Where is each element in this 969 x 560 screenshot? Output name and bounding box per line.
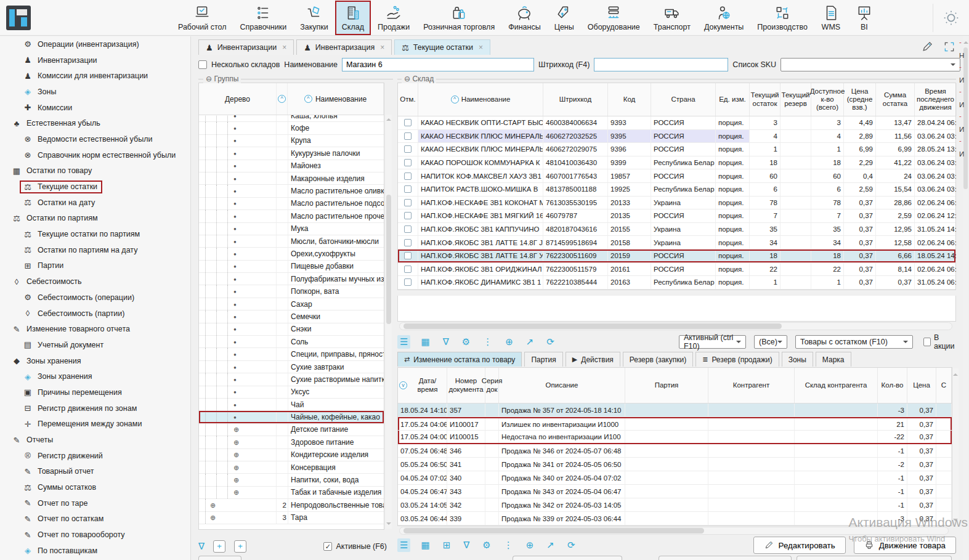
group-row[interactable]: ⊕Здоровое питание <box>199 436 384 448</box>
sidebar-item-остатки-по-партиям[interactable]: ⚖Остатки по партиям <box>0 211 190 227</box>
group-row[interactable]: ●Полуфабрикаты мучных изделий <box>199 273 384 285</box>
warehouse-hscrollbar[interactable] <box>399 322 952 330</box>
column-header-1[interactable]: ^Наименование <box>418 83 543 116</box>
product-row[interactable]: КАКАО НЕСКВИК ПЛЮС МИНЕРАЛЬ4606272032525… <box>398 130 955 144</box>
sidebar-item-инвентаризации[interactable]: ♟Инвентаризации <box>0 52 190 68</box>
movement-row[interactable]: 03.05.24 06:44339Продажа № 339 от 2024-0… <box>398 512 952 526</box>
close-tab-icon[interactable]: × <box>282 43 286 52</box>
sidebar-item-регистр-движений[interactable]: ®Регистр движений <box>0 448 190 464</box>
group-row[interactable]: ⊕Табак и табачные изделия <box>199 487 384 499</box>
product-row[interactable]: НАП.КОФ.НЕСКАФЕ 3В1 МЯГКИЙ 1646079787201… <box>398 209 955 223</box>
sidebar-item-остатки-на-дату[interactable]: ⚖Остатки на дату <box>0 195 190 211</box>
product-row[interactable]: НАП.КОФ.ЯКОБС 3В1 ЛАТТЕ 14.8Г У762230051… <box>398 250 955 263</box>
groups-scrollbar[interactable] <box>386 115 392 529</box>
sidebar-item-текущие-остатки-по-партиям[interactable]: ⚖Текущие остатки по партиям <box>0 226 190 242</box>
column-header-7[interactable]: Кол-во <box>878 368 907 403</box>
detail-tab-резерв-закупки[interactable]: Резерв (закупки) <box>623 352 693 367</box>
row-checkbox[interactable] <box>404 212 412 219</box>
sidebar-item-зоны-хранения[interactable]: ◆Зоны хранения <box>0 353 190 369</box>
sidebar-item-остатки-по-партиям-на-дату[interactable]: ⚖Остатки по партиям на дату <box>0 242 190 258</box>
movement-row[interactable]: 04.05.24 06:47343Продажа № 343 от 2024-0… <box>398 485 952 498</box>
movement-row[interactable]: 05.05.24 06:50341Продажа № 341 от 2024-0… <box>398 458 952 471</box>
add-list-icon[interactable]: ⊕ <box>503 335 516 349</box>
product-row[interactable]: НАП.КОФ.ЯКОБС 3В1 КАППУЧИНО4820187043616… <box>398 223 955 237</box>
movement-row[interactable]: 07.05.24 06:48346Продажа № 346 от 2024-0… <box>398 444 952 458</box>
product-row[interactable]: НАП.КОФ.ЯКОБС ДИНАМИКС 3В1 1762221038544… <box>398 276 955 290</box>
column-header-0[interactable]: vДата/время <box>398 368 447 403</box>
numbered-list-icon[interactable]: ⋮ <box>501 538 516 552</box>
tab-текущие-остатки[interactable]: ⚖Текущие остатки× <box>394 39 490 55</box>
column-header-name[interactable]: ^Наименование <box>288 83 384 115</box>
group-row[interactable]: ●Каша, хлопья <box>199 115 384 122</box>
group-row[interactable]: ●Сахар <box>199 298 384 310</box>
module-справочники[interactable]: Справочники <box>233 1 293 35</box>
list-view-icon[interactable]: ☰ <box>397 538 410 552</box>
module-рабочий-стол[interactable]: Рабочий стол <box>171 1 233 35</box>
group-row[interactable]: ●Крупа <box>199 135 384 147</box>
sidebar-item-остатки-по-товару[interactable]: ▦Остатки по товару <box>0 163 190 179</box>
column-header-11[interactable]: Время последнего движения <box>915 83 957 116</box>
column-header-2[interactable]: Серия док <box>485 368 499 403</box>
multi-warehouse-checkbox[interactable] <box>198 60 207 69</box>
column-header-6[interactable]: Текущий остаток <box>750 83 780 116</box>
movements-vscrollbar[interactable] <box>952 368 959 526</box>
sidebar-item-текущие-остатки[interactable]: ⚖Текущие остатки <box>0 179 190 195</box>
expand-plus-icon[interactable]: ⊕ <box>233 426 239 434</box>
add-subgroup-icon[interactable]: + <box>234 540 246 553</box>
theme-sun-icon[interactable] <box>942 9 960 27</box>
fullscreen-icon[interactable] <box>943 41 955 55</box>
export-icon[interactable]: ↗ <box>524 335 537 349</box>
column-header-7[interactable]: Текущий резерв <box>780 83 811 116</box>
scroll-down-icon[interactable] <box>953 519 958 524</box>
add-list-icon[interactable]: ⊕ <box>524 538 537 552</box>
sku-list-select[interactable] <box>780 58 960 71</box>
sidebar-item-причины-перемещения[interactable]: ▣Причины перемещения <box>0 384 190 400</box>
edit-button[interactable]: Редактировать <box>753 537 846 554</box>
row-checkbox[interactable] <box>404 266 412 273</box>
product-row[interactable]: НАПИТОК КОФ.МАКСВЕЛ ХАУЗ 3В1460700177654… <box>398 169 955 183</box>
group-row[interactable]: ●Чай <box>199 399 384 411</box>
grid-view-icon[interactable]: ▦ <box>418 538 432 552</box>
detail-tab-зоны[interactable]: Зоны <box>782 352 813 367</box>
sidebar-item-ведомости-естественной-убыли[interactable]: ⊗Ведомости естественной убыли <box>0 131 190 147</box>
expand-plus-icon[interactable]: ⊕ <box>210 501 216 509</box>
stock-filter-select[interactable]: Товары с остатком (F10) <box>795 335 913 349</box>
column-header-tree[interactable]: Дерево <box>199 83 277 115</box>
group-row[interactable]: ●Масло растительное оливковое <box>199 185 384 197</box>
column-header-5[interactable]: Ед. изм. <box>716 83 750 116</box>
module-закупки[interactable]: Закупки <box>293 1 335 35</box>
product-row[interactable]: КАКАО ПОРОШОК КОММУНАРКА К48104100364309… <box>398 156 955 170</box>
promo-checkbox[interactable] <box>923 338 931 346</box>
sidebar-item-партии[interactable]: ⊞Партии <box>0 258 190 274</box>
row-checkbox[interactable] <box>404 185 412 193</box>
row-checkbox[interactable] <box>404 172 412 180</box>
column-header-10[interactable]: Сумма остатка <box>876 83 915 116</box>
sidebar-item-себестоимость[interactable]: ◊Себестоимость <box>0 274 190 290</box>
sidebar-item-по-поставщикам[interactable]: ◈По поставщикам <box>0 543 190 559</box>
sidebar-item-естественная-убыль[interactable]: ♣Естественная убыль <box>0 115 190 131</box>
refresh-icon[interactable]: ⟳ <box>565 538 578 552</box>
warehouse-name-input[interactable] <box>342 58 534 71</box>
product-row[interactable]: НАП.КОФ.НЕСКАФЕ 3В1 КОКОНАТ М76130355301… <box>398 197 955 210</box>
group-row[interactable]: ●Мука <box>199 223 384 235</box>
row-checkbox[interactable] <box>404 132 412 140</box>
module-финансы[interactable]: Финансы <box>501 1 547 35</box>
status-filter-select[interactable]: Активный (ctrl F10) <box>679 335 746 349</box>
group-row[interactable]: ●Семечки <box>199 310 384 323</box>
column-header-5[interactable]: Контрагент <box>708 368 795 403</box>
detail-tab-партия[interactable]: Партия <box>524 352 562 367</box>
filter-icon[interactable]: ∇ <box>198 541 205 552</box>
sidebar-item-регистр-движения-по-зонам[interactable]: ⊟Регистр движения по зонам <box>0 400 190 416</box>
movement-row[interactable]: 03.05.24 14:05342Продажа № 342 от 2024-0… <box>398 498 952 512</box>
row-checkbox[interactable] <box>404 225 412 233</box>
sort-desc-icon[interactable]: v <box>399 381 407 389</box>
active-groups-checkbox[interactable] <box>323 542 332 551</box>
settings-gear-icon[interactable]: ⚙ <box>480 538 493 552</box>
detail-tab-изменение-остатка-по-товару[interactable]: ⇄Изменение остатка по товару <box>397 352 522 367</box>
expand-plus-icon[interactable]: ⊕ <box>233 489 239 497</box>
column-header-9[interactable]: Цена (средне взв.) <box>844 83 876 116</box>
expand-plus-icon[interactable]: ⊕ <box>210 514 216 522</box>
sidebar-item-отчет-по-товарообороту[interactable]: ✎Отчет по товарообороту <box>0 527 190 543</box>
group-row[interactable]: ●Соль <box>199 336 384 348</box>
movement-row[interactable]: 17.05.24 04:00И100015Недостача по инвент… <box>398 431 952 444</box>
